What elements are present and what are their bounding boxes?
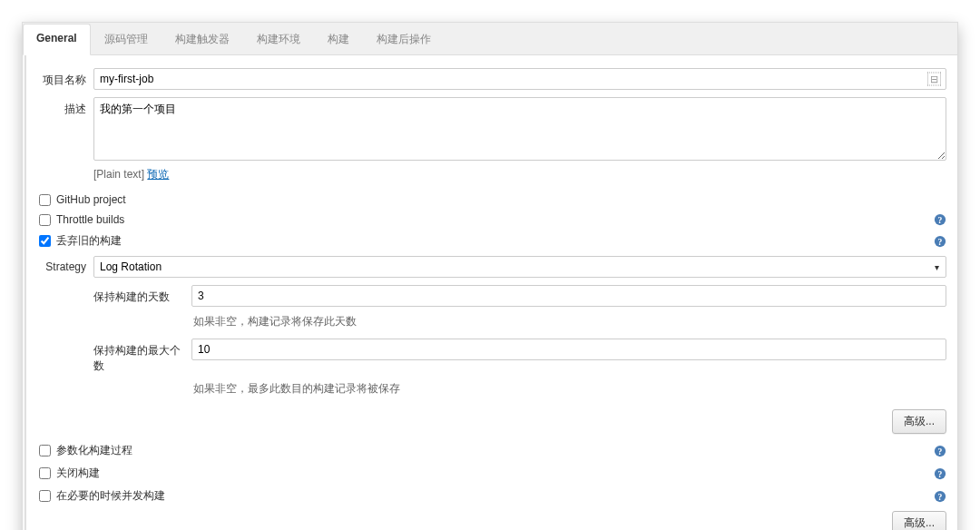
plaintext-label: [Plain text] (93, 168, 144, 181)
label-max-to-keep: 保持构建的最大个数 (93, 339, 191, 374)
content-area: 项目名称 ⊟ 描述 [Plain text] 预览 GitHub project… (24, 55, 957, 530)
help-icon[interactable]: ? (934, 213, 946, 226)
help-icon[interactable]: ? (934, 467, 946, 480)
checkbox-concurrent[interactable] (39, 490, 51, 502)
svg-text:?: ? (938, 215, 943, 225)
checkbox-github-project-label: GitHub project (56, 193, 126, 206)
project-name-input[interactable] (93, 68, 946, 90)
svg-text:?: ? (938, 236, 943, 246)
label-description: 描述 (37, 97, 93, 117)
checkbox-throttle-builds-label: Throttle builds (56, 213, 124, 226)
days-to-keep-input[interactable] (191, 285, 946, 307)
checkbox-disable[interactable] (39, 467, 51, 479)
max-to-keep-input[interactable] (191, 339, 946, 360)
advanced-button-bottom[interactable]: 高级... (892, 511, 946, 530)
rename-icon: ⊟ (927, 73, 941, 86)
checkbox-discard-old-builds-label: 丢弃旧的构建 (56, 233, 122, 249)
description-textarea[interactable] (93, 97, 946, 161)
log-rotation-block: 保持构建的天数 如果非空，构建记录将保存此天数 保持构建的最大个数 如果非空，最… (93, 285, 946, 434)
checkbox-throttle-builds[interactable] (39, 214, 51, 226)
advanced-button[interactable]: 高级... (892, 409, 946, 434)
tab-bar: General 源码管理 构建触发器 构建环境 构建 构建后操作 (23, 23, 957, 55)
hint-days-to-keep: 如果非空，构建记录将保存此天数 (191, 309, 946, 339)
hint-max-to-keep: 如果非空，最多此数目的构建记录将被保存 (191, 376, 946, 406)
help-icon[interactable]: ? (934, 445, 946, 457)
tab-build[interactable]: 构建 (314, 24, 363, 55)
svg-text:?: ? (938, 446, 943, 456)
checkbox-github-project[interactable] (39, 194, 51, 206)
tab-scm[interactable]: 源码管理 (91, 24, 162, 55)
checkbox-parameterized-label: 参数化构建过程 (56, 443, 132, 458)
tab-general[interactable]: General (23, 24, 91, 55)
svg-text:?: ? (938, 491, 943, 501)
label-days-to-keep: 保持构建的天数 (93, 285, 191, 305)
strategy-select[interactable]: Log Rotation (93, 256, 946, 278)
checkbox-concurrent-label: 在必要的时候并发构建 (56, 488, 165, 504)
checkbox-parameterized[interactable] (39, 445, 51, 456)
tab-post-build[interactable]: 构建后操作 (363, 24, 445, 55)
tab-triggers[interactable]: 构建触发器 (162, 24, 243, 55)
checkbox-disable-label: 关闭构建 (56, 466, 100, 481)
preview-link[interactable]: 预览 (147, 168, 169, 181)
checkbox-discard-old-builds[interactable] (39, 235, 51, 247)
label-strategy: Strategy (37, 256, 93, 273)
config-panel: General 源码管理 构建触发器 构建环境 构建 构建后操作 项目名称 ⊟ … (22, 22, 958, 530)
help-icon[interactable]: ? (934, 490, 946, 503)
help-icon[interactable]: ? (934, 235, 946, 248)
tab-env[interactable]: 构建环境 (243, 24, 314, 55)
svg-text:?: ? (938, 468, 943, 478)
label-project-name: 项目名称 (37, 68, 93, 88)
